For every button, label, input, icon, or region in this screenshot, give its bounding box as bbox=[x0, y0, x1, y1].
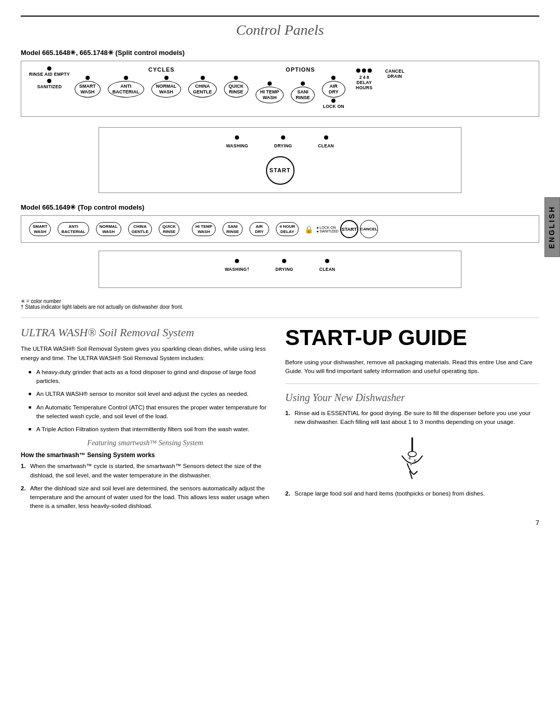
m2-air-dry-oval[interactable]: AIRDRY bbox=[249, 222, 269, 236]
m2-start-label: START bbox=[342, 227, 357, 232]
quick-rinse-btn[interactable]: QUICKRINSE bbox=[221, 74, 251, 100]
cancel-drain-btn[interactable]: CANCELDRAIN bbox=[381, 66, 409, 81]
startup-steps-2: 2. Scrape large food soil and hard items… bbox=[285, 489, 539, 498]
m2-clean-indicator: CLEAN bbox=[319, 259, 335, 272]
washing-label: WASHING bbox=[226, 143, 248, 148]
sanitized-text: ● SANITIZED bbox=[316, 229, 339, 233]
rinse-aid-dot bbox=[47, 66, 51, 71]
m2-china-gentle-oval[interactable]: CHINAGENTLE bbox=[128, 222, 152, 236]
footnotes-section: ✳ = color number † Status indicator ligh… bbox=[21, 298, 539, 310]
sani-rinse-oval[interactable]: SANIRINSE bbox=[291, 87, 315, 103]
m2-anti-bacterial-oval[interactable]: ANTIBACTERIAL bbox=[58, 222, 89, 236]
m2-air-dry-btn[interactable]: AIRDRY bbox=[247, 220, 272, 238]
china-gentle-oval[interactable]: CHINAGENTLE bbox=[188, 81, 217, 98]
ultra-wash-title: ULTRA WASH® Soil Removal System bbox=[21, 326, 270, 339]
m2-drying-indicator: DRYING bbox=[275, 259, 293, 272]
m2-quick-rinse-oval[interactable]: QUICKRINSE bbox=[159, 222, 179, 236]
normal-wash-label: NORMALWASH bbox=[156, 84, 177, 94]
english-tab: ENGLISH bbox=[544, 197, 560, 257]
sani-rinse-btn[interactable]: SANIRINSE bbox=[288, 74, 317, 111]
options-header: OPTIONS bbox=[286, 66, 315, 73]
delay-dots-row bbox=[356, 68, 372, 74]
lock-on-text-label: LOCK ON bbox=[319, 226, 336, 229]
model2-status-panel: WASHING† DRYING CLEAN bbox=[99, 251, 461, 288]
svg-point-3 bbox=[414, 459, 416, 462]
m2-4hour-delay-btn[interactable]: 4 HOURDELAY bbox=[273, 220, 301, 238]
normal-wash-btn[interactable]: NORMALWASH bbox=[149, 74, 184, 100]
normal-wash-oval[interactable]: NORMALWASH bbox=[151, 81, 181, 98]
model1-status-indicators: WASHING DRYING CLEAN bbox=[226, 135, 334, 148]
m2-4hour-delay-oval[interactable]: 4 HOURDELAY bbox=[276, 222, 299, 236]
cancel-drain-label: CANCELDRAIN bbox=[385, 68, 404, 79]
smart-wash-dot bbox=[86, 76, 90, 80]
air-dry-btn[interactable]: AIRDRY LOCK ON bbox=[319, 74, 348, 111]
model1-heading: Model 665.1648✳, 665.1748✳ (Split contro… bbox=[21, 49, 539, 57]
hitemp-wash-btn[interactable]: HI TEMPWASH bbox=[253, 74, 287, 111]
lock-on-label: LOCK ON bbox=[323, 104, 344, 109]
ultra-wash-bullets: A heavy-duty grinder that acts as a food… bbox=[21, 368, 270, 434]
step2-num: 2. bbox=[21, 484, 26, 493]
smartwash-step-1-text: When the smartwash™ cycle is started, th… bbox=[30, 463, 261, 478]
hitemp-wash-oval[interactable]: HI TEMPWASH bbox=[256, 87, 284, 103]
china-gentle-dot bbox=[201, 76, 205, 80]
bottom-section: ULTRA WASH® Soil Removal System The ULTR… bbox=[21, 326, 539, 516]
anti-bacterial-oval[interactable]: ANTIBACTERIAL bbox=[108, 81, 144, 98]
quick-rinse-oval[interactable]: QUICKRINSE bbox=[224, 81, 248, 98]
start-label: START bbox=[270, 167, 291, 173]
delay-hours-btn[interactable]: 2 4 8 DELAYHOURS bbox=[350, 66, 379, 92]
china-gentle-btn[interactable]: CHINAGENTLE bbox=[186, 74, 219, 100]
page-title: Control Panels bbox=[21, 22, 539, 38]
smart-wash-oval[interactable]: SMARTWASH bbox=[75, 81, 101, 98]
options-buttons: HI TEMPWASH SANIRINSE AIRDRY bbox=[253, 74, 348, 111]
model2-heading: Model 665.1649✳ (Top control models) bbox=[21, 203, 539, 211]
startup-title: START-UP GUIDE bbox=[285, 326, 539, 350]
bullet-item-4: A Triple Action Filtration system that i… bbox=[29, 425, 270, 434]
start-button[interactable]: START bbox=[266, 156, 295, 185]
quick-rinse-dot bbox=[234, 76, 238, 80]
m2-normal-wash-btn[interactable]: NORMALWASH bbox=[93, 220, 124, 238]
anti-bacterial-btn[interactable]: ANTIBACTERIAL bbox=[105, 74, 147, 100]
section-divider bbox=[21, 318, 539, 318]
lock-icon: 🔒 bbox=[303, 225, 315, 233]
model1-panel-row: RINSE AID EMPTY SANITIZED CYCLES SMARTWA… bbox=[29, 66, 531, 111]
m2-clean-dot bbox=[325, 259, 329, 263]
m2-washing-dot bbox=[235, 259, 239, 263]
m2-smart-wash-btn[interactable]: SMARTWASH bbox=[26, 220, 53, 238]
sanitized-dot bbox=[47, 79, 51, 83]
m2-anti-bacterial-btn[interactable]: ANTIBACTERIAL bbox=[55, 220, 91, 238]
startup-step2-num: 2. bbox=[285, 489, 290, 498]
startup-step-2: 2. Scrape large food soil and hard items… bbox=[285, 489, 539, 498]
sanitized-label: SANITIZED bbox=[37, 84, 62, 89]
bullet-item-1: A heavy-duty grinder that acts as a food… bbox=[29, 368, 270, 386]
delay-dot1 bbox=[356, 68, 360, 73]
clean-label: CLEAN bbox=[318, 143, 334, 148]
washing-indicator: WASHING bbox=[226, 135, 248, 148]
m2-hitemp-wash-btn[interactable]: HI TEMPWASH bbox=[189, 220, 218, 238]
startup-section: START-UP GUIDE Before using your dishwas… bbox=[285, 326, 539, 516]
lock-on-dot bbox=[331, 99, 335, 103]
m2-sani-rinse-btn[interactable]: SANIRINSE bbox=[220, 220, 245, 238]
m2-cancel-label: CANCEL bbox=[360, 227, 377, 231]
delay-dot2 bbox=[362, 68, 366, 73]
m2-sani-rinse-oval[interactable]: SANIRINSE bbox=[222, 222, 242, 236]
m2-start-btn[interactable]: START bbox=[340, 220, 358, 238]
sanitized-text-label: SANITIZED bbox=[319, 229, 339, 233]
air-dry-oval[interactable]: AIRDRY bbox=[322, 81, 345, 98]
model2-status-indicators: WASHING† DRYING CLEAN bbox=[225, 259, 335, 272]
startup-body: Before using your dishwasher, remove all… bbox=[285, 358, 539, 376]
quick-rinse-label: QUICKRINSE bbox=[229, 84, 244, 94]
smart-wash-btn[interactable]: SMARTWASH bbox=[72, 74, 103, 100]
m2-normal-wash-oval[interactable]: NORMALWASH bbox=[96, 222, 121, 236]
m2-quick-rinse-btn[interactable]: QUICKRINSE bbox=[156, 220, 182, 238]
startup-step-1-text: Rinse aid is ESSENTIAL for good drying. … bbox=[295, 410, 530, 425]
page-container: Control Panels Model 665.1648✳, 665.1748… bbox=[0, 0, 560, 537]
smart-wash-label: SMARTWASH bbox=[79, 84, 96, 94]
cycles-buttons: SMARTWASH ANTIBACTERIAL NORM bbox=[72, 74, 251, 100]
m2-smart-wash-oval[interactable]: SMARTWASH bbox=[29, 222, 51, 236]
m2-hitemp-wash-oval[interactable]: HI TEMPWASH bbox=[192, 222, 216, 236]
m2-china-gentle-btn[interactable]: CHINAGENTLE bbox=[125, 220, 155, 238]
footnote-asterisk: ✳ = color number bbox=[21, 298, 539, 304]
m2-drying-label: DRYING bbox=[275, 267, 293, 272]
m2-cancel-btn[interactable]: CANCEL bbox=[360, 220, 378, 238]
clean-dot bbox=[324, 135, 328, 140]
